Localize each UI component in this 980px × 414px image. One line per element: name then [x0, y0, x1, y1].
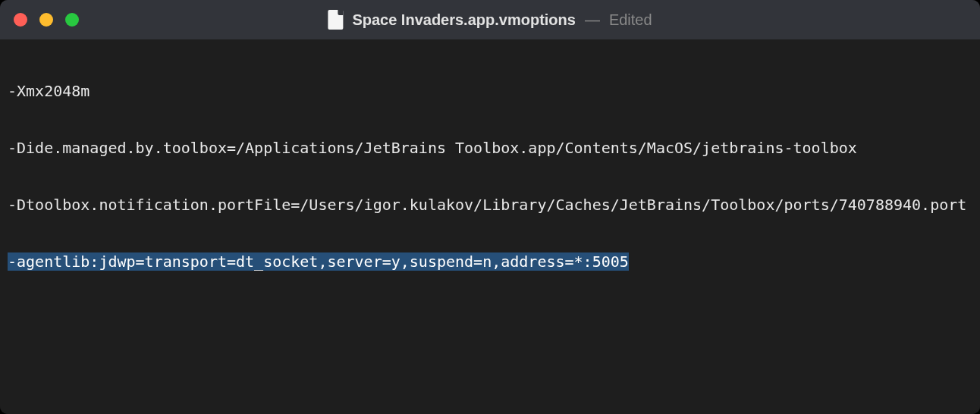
file-icon — [328, 10, 343, 30]
title-wrap: Space Invaders.app.vmoptions — Edited — [328, 10, 652, 30]
zoom-button[interactable] — [65, 13, 79, 27]
titlebar[interactable]: Space Invaders.app.vmoptions — Edited — [0, 0, 980, 39]
editor-content[interactable]: -Xmx2048m -Dide.managed.by.toolbox=/Appl… — [0, 39, 980, 414]
editor-line-selected[interactable]: -agentlib:jdwp=transport=dt_socket,serve… — [8, 252, 972, 271]
document-filename: Space Invaders.app.vmoptions — [352, 11, 576, 29]
traffic-lights — [14, 13, 79, 27]
minimize-button[interactable] — [39, 13, 53, 27]
editor-line[interactable]: -Dide.managed.by.toolbox=/Applications/J… — [8, 139, 972, 158]
title-separator: — — [585, 11, 600, 29]
document-status: Edited — [609, 11, 652, 29]
editor-line[interactable]: -Xmx2048m — [8, 82, 972, 101]
editor-line[interactable]: -Dtoolbox.notification.portFile=/Users/i… — [8, 196, 972, 215]
text-editor-window: Space Invaders.app.vmoptions — Edited -X… — [0, 0, 980, 414]
close-button[interactable] — [14, 13, 27, 27]
